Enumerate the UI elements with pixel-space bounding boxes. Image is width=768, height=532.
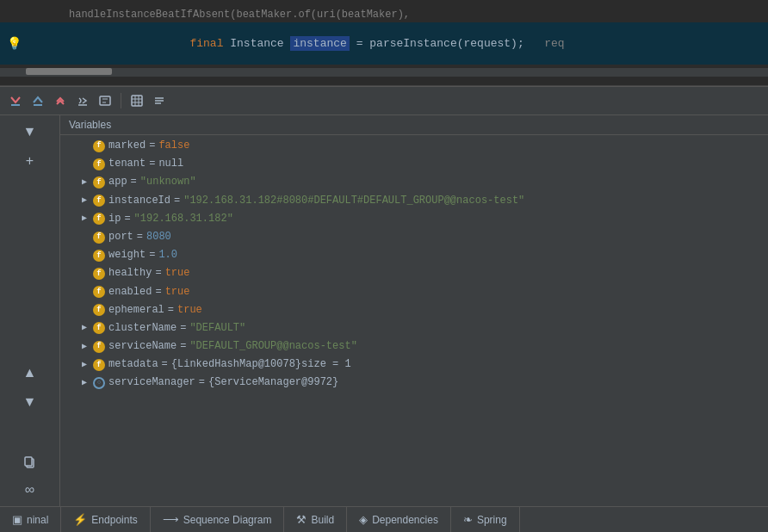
var-value: null [158, 156, 183, 172]
code-line-top: handleInstanceBeatIfAbsent(beatMaker.of(… [60, 9, 768, 21]
expand-arrow[interactable]: ▶ [77, 376, 91, 390]
list-item[interactable]: ▶finstanceId="192.168.31.182#8080#DEFAUL… [60, 192, 768, 210]
var-name: serviceName [108, 338, 177, 355]
code-gutter: 💡 [0, 36, 60, 51]
tab-icon-dependencies: ◈ [359, 513, 368, 526]
list-item[interactable]: ▶fip="192.168.31.182" [60, 210, 768, 228]
list-item[interactable]: ▶fclusterName="DEFAULT" [60, 319, 768, 337]
expand-arrow[interactable]: ▶ [77, 212, 91, 226]
keyword-final: final [189, 37, 223, 50]
var-value: "unknown" [140, 174, 196, 190]
field-badge-oo: ○ [93, 377, 105, 389]
list-item[interactable]: fport=8080 [60, 228, 768, 246]
field-badge-f: f [93, 158, 105, 170]
field-badge-f: f [93, 195, 105, 207]
expand-arrow[interactable]: ▶ [77, 340, 91, 354]
tab-label-dependencies: Dependencies [372, 514, 438, 526]
var-eq: = [162, 356, 168, 373]
bulb-icon[interactable]: 💡 [7, 36, 22, 51]
expand-arrow[interactable]: ▶ [77, 176, 91, 189]
var-value: "192.168.31.182" [134, 211, 233, 227]
list-item[interactable]: ▶○serviceManager={ServiceManager@9972} [60, 374, 768, 392]
list-item[interactable]: fmarked=false [60, 137, 768, 155]
expand-arrow[interactable]: ▶ [77, 194, 91, 207]
tab-build[interactable]: ⚒Build [284, 507, 347, 532]
var-eq: = [199, 374, 205, 391]
bottom-tabs: ▣ninal⚡Endpoints⟶Sequence Diagram⚒Build◈… [0, 506, 768, 532]
customize-btn[interactable] [149, 92, 170, 109]
step-down-btn[interactable] [5, 92, 26, 109]
var-eq: = [131, 174, 137, 190]
variables-list[interactable]: fmarked=false ftenant=null▶fapp="unknown… [60, 135, 768, 506]
tab-endpoints[interactable]: ⚡Endpoints [61, 507, 150, 532]
var-eq: = [137, 229, 143, 245]
tab-icon-spring: ❧ [463, 513, 473, 526]
expand-arrow[interactable]: ▶ [77, 358, 91, 372]
tab-sequence-diagram[interactable]: ⟶Sequence Diagram [151, 507, 285, 532]
no-expand [77, 249, 91, 263]
svg-rect-15 [25, 457, 32, 466]
expand-arrow[interactable]: ▶ [77, 321, 91, 335]
var-eq: = [149, 156, 155, 172]
no-expand [77, 231, 91, 244]
scroll-up-btn[interactable]: ▲ [20, 362, 40, 384]
tab-icon-sequence-diagram: ⟶ [163, 513, 179, 526]
no-expand [77, 267, 91, 281]
var-name: marked [108, 138, 146, 154]
var-value: false [158, 138, 189, 154]
var-value: "DEFAULT" [189, 320, 245, 337]
add-watch-btn[interactable]: + [22, 150, 37, 172]
tab-label-spring: Spring [477, 514, 507, 526]
var-eq: = [149, 247, 155, 263]
var-eq: = [155, 265, 161, 281]
collapse-btn[interactable]: ▼ [20, 121, 40, 143]
var-name: app [108, 174, 127, 190]
list-item[interactable]: fephemeral=true [60, 301, 768, 319]
var-eq: = [124, 211, 130, 227]
field-badge-f: f [93, 304, 105, 316]
list-item[interactable]: fweight=1.0 [60, 246, 768, 264]
field-badge-f: f [93, 140, 105, 152]
tab-label-build: Build [311, 514, 334, 526]
tab-terminal[interactable]: ▣ninal [0, 507, 61, 532]
var-value: 1.0 [158, 247, 177, 263]
scroll-down-btn[interactable]: ▼ [20, 391, 40, 413]
field-badge-f: f [93, 268, 105, 280]
field-badge-f: f [93, 359, 105, 371]
no-expand [77, 139, 91, 153]
tab-icon-terminal: ▣ [12, 513, 22, 526]
copy-btn[interactable] [21, 453, 40, 472]
no-expand [77, 303, 91, 317]
table-view-btn[interactable] [127, 92, 147, 109]
var-eq: = [180, 320, 186, 337]
tab-label-terminal: ninal [27, 514, 48, 526]
field-badge-f: f [93, 232, 105, 244]
code-comment: req [524, 37, 565, 50]
panel-header-label: Variables [69, 119, 111, 131]
debug-toolbar [0, 86, 768, 115]
var-value: {ServiceManager@9972} [208, 374, 338, 391]
var-value: 8080 [146, 229, 171, 245]
field-badge-f: f [93, 322, 105, 334]
var-name: port [108, 229, 133, 245]
no-expand [77, 158, 91, 171]
list-item[interactable]: fenabled=true [60, 283, 768, 301]
run-cursor-btn[interactable] [72, 92, 93, 109]
var-eq: = [180, 338, 186, 355]
var-extra: size = 1 [301, 356, 351, 373]
list-item[interactable]: ▶fapp="unknown" [60, 173, 768, 191]
list-item[interactable]: fhealthy=true [60, 264, 768, 282]
var-name: healthy [108, 265, 152, 281]
list-item[interactable]: ftenant=null [60, 155, 768, 173]
list-item[interactable]: ▶fmetadata={LinkedHashMap@10078} size = … [60, 356, 768, 374]
step-up-btn[interactable] [28, 92, 48, 109]
type-instance: Instance [223, 37, 290, 50]
tab-dependencies[interactable]: ◈Dependencies [347, 507, 451, 532]
step-out-btn[interactable] [50, 92, 71, 109]
var-eq: = [155, 284, 161, 300]
list-item[interactable]: ▶fserviceName="DEFAULT_GROUP@@nacos-test… [60, 337, 768, 356]
evaluate-btn[interactable] [95, 92, 115, 109]
var-instance-highlight: instance [290, 36, 349, 51]
tab-spring[interactable]: ❧Spring [451, 507, 520, 532]
infinity-btn[interactable]: ∞ [22, 479, 38, 501]
